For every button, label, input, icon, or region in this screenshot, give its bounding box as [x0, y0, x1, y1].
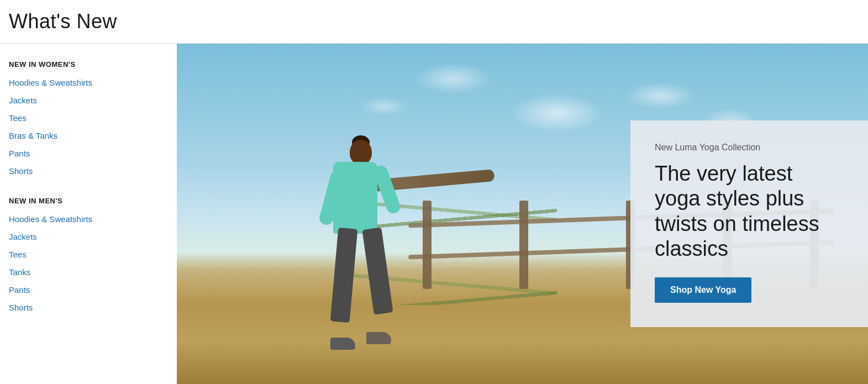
- sidebar-item-women-shorts[interactable]: Shorts: [9, 162, 168, 180]
- sidebar-item-women-hoodies[interactable]: Hoodies & Sweatshirts: [9, 74, 168, 92]
- model-leg-right: [362, 228, 393, 315]
- model-shoe-right: [366, 332, 391, 344]
- sidebar-item-men-shorts[interactable]: Shorts: [9, 299, 168, 317]
- model-leg-left: [330, 228, 357, 323]
- model-figure: [322, 140, 399, 350]
- sidebar: NEW IN WOMEN'S Hoodies & Sweatshirts Jac…: [0, 44, 177, 384]
- sidebar-item-women-jackets[interactable]: Jackets: [9, 92, 168, 109]
- sidebar-item-men-tees[interactable]: Tees: [9, 246, 168, 264]
- main-layout: NEW IN WOMEN'S Hoodies & Sweatshirts Jac…: [0, 44, 868, 384]
- sidebar-item-men-tanks[interactable]: Tanks: [9, 264, 168, 281]
- sidebar-item-men-pants[interactable]: Pants: [9, 281, 168, 299]
- women-section-title: NEW IN WOMEN'S: [9, 60, 168, 69]
- hero-image: New Luma Yoga Collection The very latest…: [177, 44, 868, 384]
- shop-new-yoga-button[interactable]: Shop New Yoga: [655, 277, 751, 303]
- model-torso: [333, 162, 377, 234]
- promo-subtitle: New Luma Yoga Collection: [655, 143, 844, 152]
- men-section-title: NEW IN MEN'S: [9, 197, 168, 205]
- promo-headline: The very latest yoga styles plus twists …: [655, 161, 844, 262]
- fence-post-1: [423, 201, 432, 290]
- sidebar-item-women-tees[interactable]: Tees: [9, 109, 168, 127]
- promo-box: New Luma Yoga Collection The very latest…: [630, 120, 868, 327]
- sidebar-item-men-hoodies[interactable]: Hoodies & Sweatshirts: [9, 211, 168, 228]
- sidebar-item-men-jackets[interactable]: Jackets: [9, 228, 168, 246]
- sidebar-item-women-bras-tanks[interactable]: Bras & Tanks: [9, 127, 168, 145]
- hero-container: New Luma Yoga Collection The very latest…: [177, 44, 868, 384]
- fence-post-2: [519, 201, 528, 290]
- model-shoe-left: [330, 338, 355, 350]
- model-head: [350, 140, 372, 165]
- page-title: What's New: [0, 0, 868, 44]
- sidebar-item-women-pants[interactable]: Pants: [9, 145, 168, 162]
- model-body: [322, 140, 399, 350]
